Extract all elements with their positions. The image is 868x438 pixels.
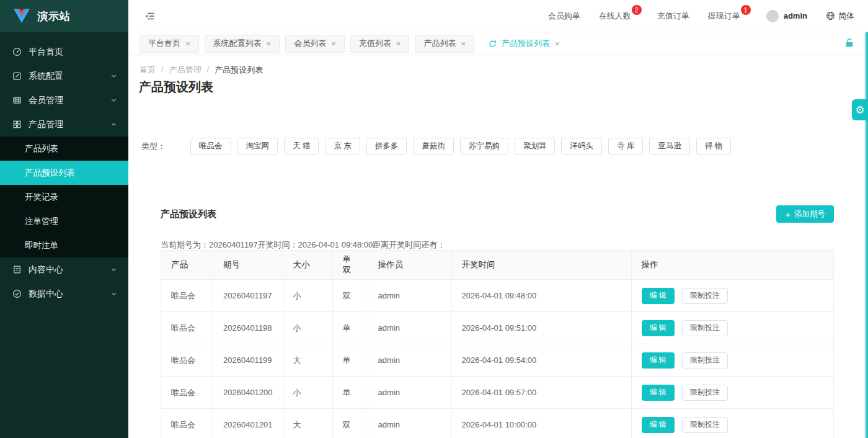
grid-icon [12,120,22,129]
refresh-icon [489,40,497,48]
breadcrumb-item: 产品预设列表 [215,65,263,76]
header-item-label: 在线人数 [599,11,631,20]
sidebar-item-label: 系统配置 [29,71,110,82]
category-button-2[interactable]: 淘宝网 [237,138,278,154]
tab-2[interactable]: 系统配置列表× [205,35,280,53]
chevron-down-icon [110,266,117,273]
edit-button[interactable]: 编 辑 [642,385,675,401]
edit-button[interactable]: 编 辑 [642,320,675,336]
table-header-row: 产品期号大小单双操作员开奖时间操作 [161,251,834,280]
header-right-items: 会员购单在线人数2充值订单提现订单1admin简体 [548,10,854,22]
close-icon[interactable]: × [461,39,466,48]
cell-operator: admin [368,312,451,344]
category-button-9[interactable]: 洋码头 [561,138,602,154]
category-button-12[interactable]: 得 物 [696,138,731,154]
edit-button[interactable]: 编 辑 [642,352,675,369]
cell-period: 20260401200 [213,377,283,409]
vue-logo-icon [14,9,30,24]
unlock-icon[interactable] [844,38,854,48]
user-menu[interactable]: admin [766,10,807,22]
sidebar-item-data-center[interactable]: 数据中心 [0,282,128,306]
header-item-member-purchase-orders[interactable]: 会员购单 [548,11,580,22]
limit-bet-button[interactable]: 限制投注 [682,288,728,304]
add-period-button[interactable]: + 添加期号 [776,205,834,223]
chevron-down-icon [110,97,117,104]
logo: 演示站 [0,0,128,32]
header-item-label: 充值订单 [657,11,689,20]
cell-period: 20260401201 [213,409,283,438]
category-button-11[interactable]: 亚马逊 [649,138,690,154]
scrollbar-thumb[interactable] [866,32,868,438]
cell-product: 唯品会 [161,312,213,344]
category-button-1[interactable]: 唯品会 [190,138,231,154]
sidebar-item-platform-home[interactable]: 平台首页 [0,40,128,64]
sidebar-subitem-product-list[interactable]: 产品列表 [0,136,128,161]
cell-period: 20260401199 [213,344,283,377]
column-header: 操作员 [368,251,451,280]
table-row: 唯品会20260401201大双admin2026-04-01 10:00:00… [161,409,834,438]
tab-4[interactable]: 充值列表× [350,35,410,53]
category-button-10[interactable]: 寺 库 [608,138,643,154]
tab-1[interactable]: 平台首页× [140,35,199,53]
menu-fold-icon[interactable] [144,11,156,22]
limit-bet-button[interactable]: 限制投注 [682,385,728,401]
cell-time: 2026-04-01 09:54:00 [451,344,631,377]
tab-label: 充值列表 [359,38,391,49]
sidebar: 演示站 平台首页系统配置会员管理产品管理产品列表产品预设列表开奖记录注单管理即时… [0,0,128,438]
document-icon [12,265,22,274]
category-button-3[interactable]: 天 猫 [284,138,319,154]
breadcrumb-item[interactable]: 首页 [140,65,156,76]
close-icon[interactable]: × [396,39,401,48]
sidebar-item-product-management[interactable]: 产品管理 [0,112,128,136]
scrollbar[interactable] [864,32,868,438]
tab-3[interactable]: 会员列表× [285,35,345,53]
check-circle-icon [12,289,22,298]
sidebar-item-member-management[interactable]: 会员管理 [0,88,128,112]
breadcrumb-item[interactable]: 产品管理 [169,65,202,76]
category-button-5[interactable]: 拼多多 [366,138,407,154]
close-icon[interactable]: × [555,39,560,48]
current-period-info: 当前期号为：20260401197开奖时间：2026-04-01 09:48:0… [161,239,445,251]
sidebar-subitem-lottery-records[interactable]: 开奖记录 [0,185,128,209]
sidebar-item-label: 产品管理 [29,119,110,130]
sidebar-subitem-bet-order-management[interactable]: 注单管理 [0,209,128,233]
notification-badge: 2 [632,5,642,15]
cell-parity: 单 [332,312,368,344]
sidebar-item-system-config[interactable]: 系统配置 [0,64,128,88]
cell-time: 2026-04-01 09:51:00 [451,312,631,344]
sidebar-subitem-realtime-bet-orders[interactable]: 即时注单 [0,233,128,257]
close-icon[interactable]: × [331,39,336,48]
header-item-recharge-orders[interactable]: 充值订单 [657,11,689,22]
cell-actions: 编 辑限制投注 [631,344,833,377]
limit-bet-button[interactable]: 限制投注 [682,352,728,369]
category-button-7[interactable]: 苏宁易购 [460,138,508,154]
edit-icon [12,71,22,81]
edit-button[interactable]: 编 辑 [642,417,675,433]
settings-gear-button[interactable]: ⚙ [852,99,868,120]
language-switcher[interactable]: 简体 [826,11,854,22]
limit-bet-button[interactable]: 限制投注 [682,417,728,433]
tab-label: 产品预设列表 [502,38,550,49]
tab-6[interactable]: 产品预设列表× [480,35,569,53]
cell-size: 小 [283,377,332,409]
sidebar-subitem-product-preset-list[interactable]: 产品预设列表 [0,161,128,185]
category-button-8[interactable]: 聚划算 [515,138,556,154]
cell-parity: 单 [332,344,368,377]
header-item-online-users[interactable]: 在线人数2 [599,11,631,22]
category-button-6[interactable]: 蘑菇街 [413,138,454,154]
cell-parity: 双 [332,280,368,312]
cell-size: 大 [283,344,332,377]
header-item-withdrawal-orders[interactable]: 提现订单1 [708,11,740,22]
sidebar-item-content-center[interactable]: 内容中心 [0,257,128,282]
tab-5[interactable]: 产品列表× [415,35,474,53]
close-icon[interactable]: × [267,39,272,48]
edit-button[interactable]: 编 辑 [642,288,675,304]
top-header: 会员购单在线人数2充值订单提现订单1admin简体 [128,0,868,32]
dashboard-icon [12,47,22,56]
close-icon[interactable]: × [185,39,190,48]
limit-bet-button[interactable]: 限制投注 [682,320,728,336]
chevron-down-icon [110,73,117,79]
page-title: 产品预设列表 [139,79,213,96]
column-header: 期号 [213,251,283,280]
category-button-4[interactable]: 京 东 [325,138,360,154]
